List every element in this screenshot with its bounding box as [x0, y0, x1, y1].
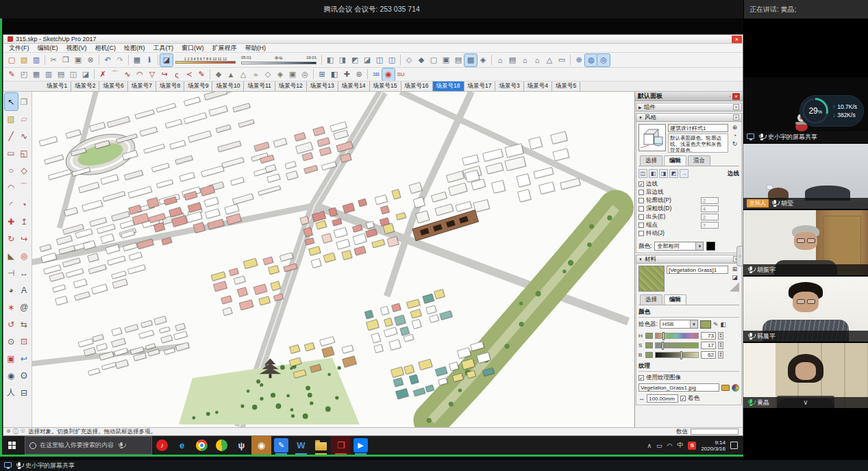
draw-freehand-icon[interactable]: ∿: [121, 68, 134, 81]
spin-down-icon[interactable]: ▼: [719, 355, 723, 357]
tencent-meeting-icon[interactable]: ▶: [351, 436, 371, 455]
netease-music-icon[interactable]: ♪: [152, 436, 172, 455]
previous-view-tool[interactable]: ↩: [18, 350, 31, 367]
chrome-icon[interactable]: [192, 436, 212, 455]
polygon-tool[interactable]: ◇: [18, 162, 31, 179]
sandbox-7-icon[interactable]: ▣: [286, 68, 299, 81]
spin-down-icon[interactable]: ▼: [719, 335, 723, 338]
browser-360-icon[interactable]: [212, 436, 232, 455]
scene-tab-场景号9[interactable]: 场景号9: [184, 81, 212, 91]
video-tile-hanchenping[interactable]: 韩晨平: [743, 277, 868, 342]
style-thumbnail[interactable]: [638, 124, 666, 151]
structure-4-icon[interactable]: ▤: [55, 68, 67, 81]
edge-style-icon-2[interactable]: ◧: [649, 169, 658, 178]
spin-down-icon[interactable]: ▼: [719, 345, 723, 348]
shadows-toggle-icon[interactable]: ◪: [160, 54, 173, 66]
push-pull-tool[interactable]: ↥: [18, 213, 31, 230]
undo-icon[interactable]: ↶: [101, 54, 114, 66]
styles-tab-3[interactable]: 混合: [688, 155, 710, 166]
checkbox[interactable]: [638, 206, 644, 212]
scene-tab-场景号16[interactable]: 场景号16: [401, 81, 433, 91]
sogou-icon[interactable]: S: [688, 442, 696, 450]
layer-pencil-icon[interactable]: ✎: [5, 68, 18, 81]
edge-icon[interactable]: e: [172, 436, 192, 455]
style-textured-icon[interactable]: ▩: [464, 54, 477, 66]
parallel-projection-icon[interactable]: ◍: [585, 54, 597, 66]
protractor-tool[interactable]: ◕: [5, 281, 18, 298]
style-hiddenline-icon[interactable]: ▣: [440, 54, 452, 66]
notes-app-icon[interactable]: ✎: [271, 436, 291, 455]
axes-tool[interactable]: ∗: [5, 298, 18, 316]
scene-tab-场景号2[interactable]: 场景号2: [71, 81, 99, 91]
menu-item-7[interactable]: 窗口(W): [177, 44, 208, 53]
slider-spinner[interactable]: ▲▼: [718, 342, 723, 349]
zoom-tool[interactable]: ⊙: [5, 333, 18, 350]
scene-tab-场景号11[interactable]: 场景号11: [244, 81, 275, 91]
redo-icon[interactable]: ↷: [114, 54, 126, 66]
warehouse-4-icon[interactable]: ⊚: [353, 68, 365, 81]
draw-curve-icon[interactable]: ς: [171, 68, 183, 81]
search-mic-icon[interactable]: [120, 442, 123, 446]
panel-pin-icon[interactable]: ▫: [730, 94, 731, 99]
solid-intersect-icon[interactable]: ◨: [336, 54, 349, 66]
copy-icon[interactable]: ❐: [60, 54, 72, 66]
scene-tab-场景号6[interactable]: 场景号6: [99, 81, 127, 91]
scene-tab-场景号14[interactable]: 场景号14: [338, 81, 370, 91]
shadow-time-slider[interactable]: 05:01中午19:01: [241, 55, 317, 64]
taskbar-clock[interactable]: 9:142020/3/16: [701, 440, 726, 452]
draw-bezier-icon[interactable]: ◠: [134, 68, 146, 81]
materials-tab-1[interactable]: 选择: [640, 294, 662, 305]
edge-color-select[interactable]: 全部相同 ▼: [654, 242, 704, 251]
menu-item-4[interactable]: 相机(C): [91, 44, 121, 53]
video-tile-huzhenyu[interactable]: 胡振宇: [743, 210, 868, 275]
structure-5-icon[interactable]: ◫: [67, 68, 79, 81]
warehouse-1-icon[interactable]: ⊞: [316, 68, 328, 81]
menu-item-6[interactable]: 工具(T): [149, 44, 178, 53]
edge-style-icon-1[interactable]: ◫: [638, 169, 647, 178]
checkbox[interactable]: [638, 222, 644, 228]
paint-bucket-tool[interactable]: ▧: [5, 110, 18, 127]
edge-style-icon-4[interactable]: ◩: [669, 169, 678, 178]
wechat-icon[interactable]: ◉: [251, 436, 271, 455]
colorize-checkbox[interactable]: ✓: [680, 396, 686, 401]
axes-display-icon[interactable]: ⊕: [573, 54, 585, 66]
material-color-swatch[interactable]: [700, 320, 711, 329]
position-camera-tool[interactable]: ◉: [5, 367, 18, 384]
scene-tab-场景号7[interactable]: 场景号7: [128, 81, 156, 91]
arc-tool[interactable]: ◠: [5, 179, 18, 196]
view-iso-icon[interactable]: ⌂: [494, 54, 506, 66]
draw-rotate-icon[interactable]: ↪: [158, 68, 171, 81]
slider-value-H[interactable]: 73: [701, 332, 716, 340]
wifi-icon[interactable]: ◠: [667, 442, 673, 449]
sandbox-8-icon[interactable]: ◎: [299, 68, 311, 81]
section-styles[interactable]: ▼ 风格 ×: [636, 113, 742, 122]
erase-icon[interactable]: ⊗: [84, 54, 97, 66]
window-titlebar[interactable]: 315.skp - SketchUp Pro 2017 ✕: [3, 35, 743, 44]
rectangle-tool[interactable]: ▭: [5, 144, 18, 162]
cut-icon[interactable]: ✂: [47, 54, 60, 66]
tray-expand-icon[interactable]: ∧: [647, 442, 652, 449]
zoom-window-tool[interactable]: ⊡: [18, 333, 31, 350]
window-close-button[interactable]: ✕: [732, 36, 742, 43]
file-explorer-icon[interactable]: [311, 436, 331, 455]
draw-erase-icon[interactable]: ✗: [97, 68, 109, 81]
checkbox[interactable]: [638, 190, 644, 195]
material-thumbnail[interactable]: [638, 266, 665, 292]
match-model-icon[interactable]: ◧: [720, 321, 726, 328]
material-name-input[interactable]: [Vegetation Grass]1: [667, 266, 728, 274]
menu-item-3[interactable]: 视图(V): [62, 44, 91, 53]
plug-tool-icon[interactable]: ψ: [232, 436, 251, 455]
edge-style-icon-5[interactable]: →: [680, 169, 689, 178]
shadow-date-slider[interactable]: 1 2 3 4 5 6 7 8 9 10 11 12: [175, 57, 236, 64]
structure-3-icon[interactable]: ▥: [42, 68, 55, 81]
zoom-extents-tool[interactable]: ▣: [5, 350, 18, 367]
circle-tool[interactable]: ○: [5, 162, 18, 179]
collapse-videos-button[interactable]: ∨: [777, 396, 834, 408]
menu-item-9[interactable]: 帮助(H): [241, 44, 271, 53]
color-wheel-icon[interactable]: [732, 384, 739, 392]
menu-item-2[interactable]: 编辑(E): [34, 44, 62, 53]
solid-subtract-icon[interactable]: ◩: [349, 54, 361, 66]
menu-item-5[interactable]: 绘图(R): [120, 44, 149, 53]
pie-tool[interactable]: ◔: [18, 196, 31, 213]
scene-tab-场景号4[interactable]: 场景号4: [524, 81, 552, 91]
